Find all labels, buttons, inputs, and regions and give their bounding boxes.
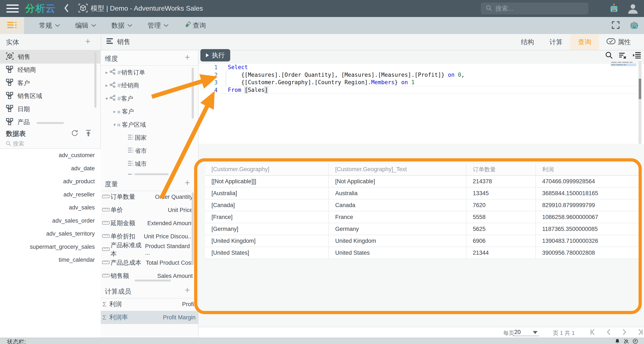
results-column-header[interactable]: 订单数量	[466, 164, 536, 175]
next-page-icon[interactable]	[620, 328, 628, 337]
menu-item-3[interactable]: 管理	[148, 21, 169, 30]
sidebar-item-entity[interactable]: 日期	[0, 103, 100, 116]
table-row[interactable]: [Germany]Germany56251187365.3500000085	[205, 223, 640, 235]
add-measure-button[interactable]: +	[185, 178, 190, 187]
table-row[interactable]: [United Kingdom]United Kingdom6906139048…	[205, 235, 640, 247]
back-icon[interactable]	[64, 3, 70, 14]
fullscreen-icon[interactable]	[611, 21, 620, 30]
add-entity-button[interactable]: +	[85, 37, 90, 46]
table-list-item[interactable]: adv_sales	[0, 201, 101, 214]
clear-filter-icon[interactable]	[618, 51, 628, 60]
measure-item[interactable]: 产品标准成本Product Standard ...	[101, 243, 196, 256]
editor-search-icon[interactable]	[605, 51, 613, 60]
caret-right-icon[interactable]: ▸	[104, 70, 110, 75]
code-editor[interactable]: Select {[Measures].[Order Quantity], [Me…	[222, 64, 637, 94]
sidebar-item-entity[interactable]: 经销商	[0, 64, 100, 77]
measure-item[interactable]: 产品总成本Total Product Cost	[101, 256, 196, 269]
caret-down-icon[interactable]: ▾	[104, 96, 110, 101]
share-arrow-icon[interactable]	[632, 339, 638, 344]
tab-属性[interactable]: 属性	[599, 34, 638, 50]
upload-icon[interactable]	[84, 129, 92, 138]
dimension-tree-item[interactable]: ▾ #客户	[101, 92, 196, 105]
dimension-tree-item[interactable]: ▸ #销售订单	[101, 66, 196, 79]
measure-item[interactable]: 单价Unit Price	[101, 203, 196, 217]
table-row[interactable]: [[Not Applicable]]][Not Applicable]21437…	[205, 175, 640, 187]
topbar-search[interactable]	[481, 2, 588, 14]
dimension-tree-item[interactable]: 123城市	[101, 158, 196, 171]
dimension-tree-item[interactable]: ▸ʜ客户	[101, 105, 196, 118]
sidebar-item-entity[interactable]: 客户	[0, 77, 100, 90]
editor-minimap[interactable]	[611, 61, 636, 66]
results-column-header[interactable]: [Customer.Geography]_Text	[328, 164, 466, 175]
refresh-icon[interactable]	[71, 129, 78, 138]
menu-item-0[interactable]: 常规	[39, 21, 60, 30]
add-dimension-button[interactable]: +	[185, 53, 190, 62]
dimension-tree-item[interactable]: ▾ʜ客户区域	[101, 118, 196, 131]
orange-menu-button[interactable]	[0, 17, 24, 34]
datatables-search[interactable]	[0, 139, 101, 149]
datatables-search-input[interactable]	[13, 141, 85, 147]
search-input[interactable]	[495, 5, 576, 12]
dimension-scrollbar[interactable]	[192, 68, 194, 119]
entity-hscrollbar[interactable]	[37, 122, 64, 124]
table-list-item[interactable]: adv_customer	[0, 149, 101, 162]
execute-button[interactable]: 执行	[200, 49, 230, 61]
menu-item-1[interactable]: 编辑	[75, 21, 96, 30]
pagination-bar: 每页 20 页 1 共 1	[198, 327, 644, 338]
dimension-hscrollbar[interactable]	[134, 173, 169, 175]
bell-icon[interactable]	[614, 339, 620, 344]
line-number: 4	[198, 86, 220, 94]
measure-name-zh: 产品总成本	[110, 259, 142, 267]
menu-item-query[interactable]: 查询	[184, 21, 206, 30]
tab-结构[interactable]: 结构	[513, 34, 542, 50]
format-indent-icon[interactable]	[632, 51, 642, 60]
results-column-header[interactable]: 利润	[536, 164, 640, 175]
table-row[interactable]: [Canada]Canada7620829910.8799999799	[205, 199, 640, 211]
hamburger-icon[interactable]	[6, 4, 19, 12]
pen-off-icon[interactable]	[624, 339, 629, 344]
table-list-item[interactable]: adv_product	[0, 175, 101, 188]
prev-page-icon[interactable]	[605, 328, 613, 337]
dimension-tree-item[interactable]: ▸ #经销商	[101, 79, 196, 92]
first-page-icon[interactable]	[590, 328, 598, 337]
sidebar-item-entity[interactable]: 销售	[0, 50, 100, 64]
tab-查询[interactable]: 查询	[570, 34, 599, 50]
measures-scrollbar[interactable]	[192, 192, 194, 265]
menubar: 常规编辑数据管理 查询	[0, 17, 644, 34]
table-row[interactable]: [United States]United States213443900956…	[205, 247, 640, 259]
add-calc-member-button[interactable]: +	[185, 286, 190, 295]
table-list-item[interactable]: adv_sales_territory	[0, 227, 101, 240]
calc-member-item[interactable]: Σ利润Profit	[101, 298, 198, 311]
caret-right-icon[interactable]: ▸	[104, 83, 110, 88]
caret-down-icon[interactable]: ▾	[112, 122, 117, 128]
robot-icon-small[interactable]	[630, 20, 639, 31]
table-list-item[interactable]: supermart_grocery_sales	[0, 240, 101, 254]
topbar: 分析云 模型 | Demo - AdventureWorks Sales	[0, 0, 644, 17]
caret-right-icon[interactable]: ▸	[112, 109, 117, 114]
dimension-tree-item[interactable]: 123省市	[101, 144, 196, 158]
table-list-item[interactable]: time_calendar	[0, 253, 101, 267]
table-list-item[interactable]: adv_sales_order	[0, 214, 101, 227]
main-scrollbar-thumb[interactable]	[639, 79, 641, 99]
measures-hscrollbar[interactable]	[134, 280, 171, 282]
table-cell: 5558	[466, 211, 536, 223]
sidebar-item-entity[interactable]: 销售区域	[0, 90, 100, 103]
measure-item[interactable]: 延期金额Extended Amount	[101, 217, 196, 230]
dimension-tree-item[interactable]: 123国家	[101, 131, 196, 145]
menu-item-2[interactable]: 数据	[112, 21, 133, 30]
calc-member-item[interactable]: Σ利润率Profit Margin	[101, 311, 198, 324]
avatar[interactable]	[627, 2, 639, 14]
table-list-item[interactable]: adv_reseller	[0, 188, 101, 201]
measure-item[interactable]: 订单数量Order Quantity	[101, 190, 196, 203]
table-row[interactable]: [Australia]Australia133453685844.1500018…	[205, 187, 640, 199]
results-column-header[interactable]: [Customer.Geography]	[205, 164, 328, 175]
last-page-icon[interactable]	[636, 328, 644, 337]
entity-scrollbar[interactable]	[94, 52, 96, 108]
robot-icon[interactable]	[609, 3, 619, 14]
table-list-item[interactable]: adv_date	[0, 162, 101, 175]
table-row[interactable]: [France]France55581086258.9600000067	[205, 211, 640, 223]
menubar-items: 常规编辑数据管理	[24, 21, 169, 30]
tab-计算[interactable]: 计算	[542, 34, 570, 50]
per-page-select[interactable]: 20	[513, 328, 539, 336]
hash-icon: #	[116, 95, 121, 102]
